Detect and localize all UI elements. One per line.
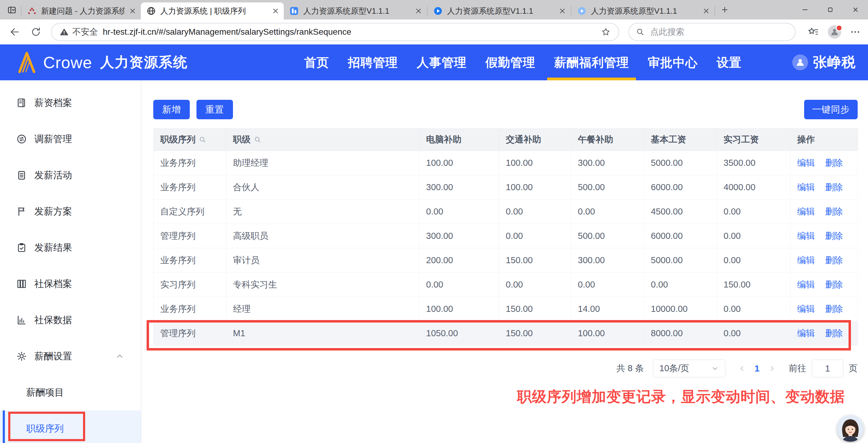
- browser-tab[interactable]: 人力资源系统原型V1.1.1: [284, 2, 427, 20]
- main-nav: 首页招聘管理人事管理假勤管理薪酬福利管理审批中心设置: [295, 45, 751, 80]
- edit-link[interactable]: 编辑: [797, 157, 815, 169]
- cell-intern: 0.00: [717, 200, 790, 224]
- cell-transport: 150.00: [499, 297, 571, 321]
- new-tab-button[interactable]: [717, 2, 732, 17]
- tab-close-icon[interactable]: [414, 7, 423, 15]
- delete-link[interactable]: 删除: [825, 327, 843, 339]
- nav-item-label: 审批中心: [648, 54, 698, 71]
- nav-item[interactable]: 薪酬福利管理: [545, 45, 639, 80]
- delete-link[interactable]: 删除: [825, 181, 843, 194]
- redmine-icon: [27, 6, 37, 16]
- delete-link[interactable]: 删除: [825, 230, 843, 242]
- address-bar[interactable]: 不安全 hr-test.zjf-it.cn/#/salaryManagement…: [51, 23, 619, 41]
- edit-link[interactable]: 编辑: [797, 230, 815, 242]
- tab-close-icon[interactable]: [702, 7, 710, 15]
- tab-close-icon[interactable]: [129, 7, 136, 15]
- sidebar-item[interactable]: 调薪管理: [0, 121, 141, 157]
- column-header-label: 午餐补助: [578, 134, 613, 146]
- cell-actions: 编辑删除: [790, 297, 858, 321]
- cell-base: 5000.00: [644, 248, 717, 273]
- browser-tab[interactable]: 人力资源系统原型V1.1.1: [571, 2, 714, 20]
- clipboard-check-icon: [16, 242, 27, 253]
- edit-link[interactable]: 编辑: [797, 181, 815, 194]
- sidebar-item-label: 发薪活动: [34, 169, 72, 182]
- tab-actions-icon[interactable]: [5, 3, 19, 17]
- next-page-button[interactable]: [763, 360, 781, 377]
- goto-page-input[interactable]: [812, 360, 843, 377]
- minimize-button[interactable]: [792, 0, 817, 20]
- column-header-label: 交通补助: [506, 134, 541, 146]
- sidebar-item[interactable]: 职级序列: [0, 410, 141, 443]
- current-page[interactable]: 1: [751, 363, 763, 374]
- sidebar-item[interactable]: 社保数据: [0, 302, 141, 338]
- tab-close-icon[interactable]: [272, 7, 279, 15]
- sidebar-item-label: 薪资档案: [34, 96, 72, 109]
- rank-table: 职级序列职级电脑补助交通补助午餐补助基本工资实习工资操作 业务序列助理经理100…: [153, 128, 858, 346]
- delete-link[interactable]: 删除: [825, 279, 843, 291]
- delete-link[interactable]: 删除: [825, 206, 843, 218]
- search-icon[interactable]: [198, 136, 207, 144]
- edit-link[interactable]: 编辑: [797, 327, 815, 339]
- star-icon[interactable]: [601, 27, 611, 37]
- close-window-button[interactable]: [843, 0, 868, 20]
- nav-item[interactable]: 设置: [707, 45, 751, 80]
- assistant-avatar[interactable]: [837, 415, 864, 442]
- cell-computer: 300.00: [420, 224, 499, 248]
- cell-lunch: 500.00: [571, 175, 644, 200]
- sidebar-item[interactable]: 发薪方案: [0, 193, 141, 229]
- nav-item[interactable]: 审批中心: [639, 45, 707, 80]
- profile-avatar[interactable]: [828, 25, 841, 39]
- browser-tab[interactable]: 新建问题 - 人力资源系统 - 中竞发: [22, 2, 141, 20]
- sidebar-item[interactable]: 薪酬项目: [0, 374, 141, 410]
- more-icon[interactable]: [848, 25, 862, 39]
- reset-button[interactable]: 重置: [196, 100, 233, 119]
- cell-intern: 0.00: [717, 297, 790, 321]
- chevron-down-icon: [711, 364, 719, 373]
- edit-link[interactable]: 编辑: [797, 206, 815, 218]
- add-button[interactable]: 新增: [153, 100, 190, 119]
- cell-lunch: 100.00: [571, 321, 644, 346]
- nav-item[interactable]: 假勤管理: [476, 45, 545, 80]
- nav-item[interactable]: 首页: [295, 45, 339, 80]
- cell-intern: 0.00: [717, 224, 790, 248]
- browser-tab[interactable]: 人力资源系统 | 职级序列: [141, 2, 284, 20]
- maximize-button[interactable]: [817, 0, 843, 20]
- page-size-select[interactable]: 10条/页: [653, 360, 725, 377]
- back-icon[interactable]: [8, 25, 21, 39]
- cell-transport: 150.00: [499, 321, 571, 346]
- search-icon: [636, 27, 645, 36]
- delete-link[interactable]: 删除: [825, 157, 843, 169]
- browser-tab[interactable]: 人力资源系统原型V1.1.1: [428, 2, 570, 20]
- sidebar-item[interactable]: 薪资档案: [0, 85, 141, 121]
- cell-transport: 0.00: [499, 224, 571, 248]
- search-input[interactable]: [650, 27, 767, 37]
- cell-transport: 0.00: [499, 273, 571, 297]
- sidebar-item[interactable]: 发薪活动: [0, 157, 141, 193]
- column-header: 职级: [226, 129, 420, 151]
- prev-page-button[interactable]: [733, 360, 751, 377]
- edit-link[interactable]: 编辑: [797, 303, 815, 315]
- user-menu[interactable]: 张峥税: [792, 53, 856, 72]
- tab-close-icon[interactable]: [558, 7, 566, 15]
- edit-link[interactable]: 编辑: [797, 279, 815, 291]
- refresh-icon[interactable]: [29, 25, 42, 39]
- table-row: 业务序列助理经理100.00100.00300.005000.003500.00…: [154, 151, 858, 175]
- favorites-icon[interactable]: [807, 25, 820, 39]
- sidebar-item[interactable]: 发薪结果: [0, 229, 141, 266]
- window-controls: [792, 0, 868, 20]
- delete-link[interactable]: 删除: [825, 303, 843, 315]
- delete-link[interactable]: 删除: [825, 254, 843, 267]
- column-header-label: 操作: [797, 134, 815, 146]
- sidebar-item[interactable]: 薪酬设置: [0, 338, 141, 374]
- nav-item-label: 人事管理: [417, 54, 467, 71]
- security-label[interactable]: 不安全: [72, 26, 98, 38]
- nav-item[interactable]: 招聘管理: [339, 45, 407, 80]
- table-row: 实习序列专科实习生0.000.000.000.00150.00编辑删除: [154, 273, 858, 297]
- search-icon[interactable]: [254, 136, 261, 144]
- column-header-label: 实习工资: [723, 134, 759, 146]
- sidebar-item[interactable]: 社保档案: [0, 266, 141, 302]
- edit-link[interactable]: 编辑: [797, 254, 815, 267]
- nav-item[interactable]: 人事管理: [407, 45, 476, 80]
- search-box[interactable]: [628, 23, 796, 41]
- sync-button[interactable]: 一键同步: [804, 100, 858, 119]
